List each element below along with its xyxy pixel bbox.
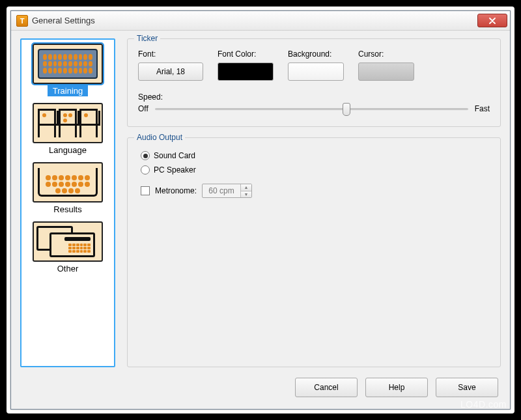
button-label: Cancel xyxy=(314,383,338,392)
background-label: Background: xyxy=(288,49,344,59)
metronome-spinner[interactable]: ▲ ▼ xyxy=(202,184,252,198)
sidebar-item-results[interactable]: Results xyxy=(29,162,107,215)
category-sidebar: Training Language xyxy=(20,38,115,367)
font-button[interactable]: Arial, 18 xyxy=(138,63,203,81)
audio-group: Audio Output Sound Card PC Speaker Metro… xyxy=(127,137,501,367)
spin-down-button[interactable]: ▼ xyxy=(241,191,251,198)
radio-label: Sound Card xyxy=(154,151,195,160)
group-legend: Ticker xyxy=(134,34,160,43)
font-label: Font: xyxy=(138,49,203,59)
radio-label: PC Speaker xyxy=(154,165,196,175)
speed-max-label: Fast xyxy=(475,104,490,113)
sidebar-item-label: Language xyxy=(44,145,92,156)
cancel-button[interactable]: Cancel xyxy=(295,378,358,397)
radio-soundcard[interactable] xyxy=(141,151,150,160)
metronome-value[interactable] xyxy=(203,184,240,197)
button-label: Help xyxy=(389,383,405,392)
cursor-label: Cursor: xyxy=(358,49,414,59)
background-swatch[interactable] xyxy=(288,63,344,81)
close-button[interactable] xyxy=(477,14,507,27)
cursor-swatch[interactable] xyxy=(358,63,414,81)
dialog-footer: Cancel Help Save xyxy=(20,376,501,401)
sidebar-item-language[interactable]: Language xyxy=(29,103,107,156)
slider-thumb[interactable] xyxy=(343,103,350,116)
watermark: LO4D.com xyxy=(460,399,507,410)
save-button[interactable]: Save xyxy=(436,378,498,397)
group-legend: Audio Output xyxy=(134,133,185,142)
radio-pcspeaker-row[interactable]: PC Speaker xyxy=(141,165,490,175)
settings-window: T General Settings xyxy=(10,10,511,410)
sidebar-item-label: Training xyxy=(48,85,88,96)
sidebar-item-label: Other xyxy=(52,263,84,274)
radio-soundcard-row[interactable]: Sound Card xyxy=(141,151,490,160)
speed-slider[interactable] xyxy=(155,103,468,115)
sidebar-item-other[interactable]: Other xyxy=(29,221,107,274)
titlebar: T General Settings xyxy=(11,11,510,31)
button-label: Save xyxy=(458,383,475,392)
ticker-group: Ticker Font: Arial, 18 Font Color: xyxy=(127,38,501,127)
other-icon xyxy=(33,221,103,262)
spin-up-button[interactable]: ▲ xyxy=(241,184,251,191)
window-title: General Settings xyxy=(32,16,95,25)
fontcolor-swatch[interactable] xyxy=(218,63,274,81)
radio-pcspeaker[interactable] xyxy=(141,165,150,175)
app-icon: T xyxy=(16,15,28,27)
close-icon xyxy=(489,18,496,24)
font-button-text: Arial, 18 xyxy=(156,67,185,76)
slider-track xyxy=(155,108,468,110)
fontcolor-label: Font Color: xyxy=(218,49,274,59)
language-icon xyxy=(33,103,103,143)
keyboard-icon xyxy=(33,44,103,84)
sidebar-item-training[interactable]: Training xyxy=(29,44,107,96)
results-icon xyxy=(33,162,103,203)
help-button[interactable]: Help xyxy=(365,378,428,397)
sidebar-item-label: Results xyxy=(48,204,87,215)
metronome-label: Metronome: xyxy=(155,186,197,195)
metronome-checkbox[interactable] xyxy=(141,186,150,195)
speed-min-label: Off xyxy=(138,104,148,113)
speed-label: Speed: xyxy=(138,92,490,102)
